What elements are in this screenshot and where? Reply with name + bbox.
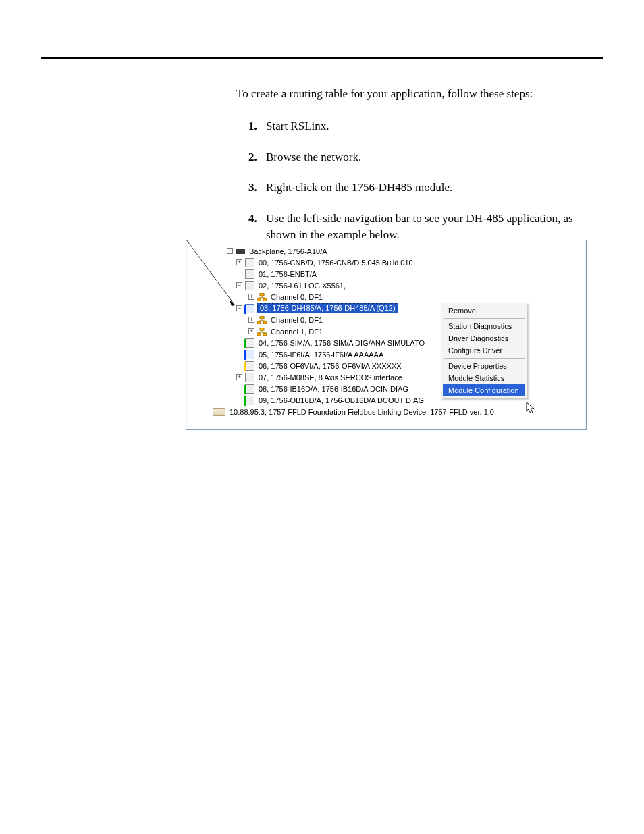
menu-item[interactable]: Driver Diagnostics: [443, 332, 525, 344]
module-icon: [245, 396, 254, 405]
body-text: To create a routing table for your appli…: [236, 86, 603, 243]
page-rule: [41, 57, 603, 59]
module-icon: [245, 304, 254, 313]
tree-row[interactable]: + 00, 1756-CNB/D, 1756-CNB/D 5.045 Build…: [227, 257, 586, 268]
intro-paragraph: To create a routing table for your appli…: [236, 86, 603, 102]
svg-rect-14: [260, 328, 264, 330]
menu-item[interactable]: Remove: [443, 305, 525, 317]
module-icon: [245, 269, 254, 279]
module-icon: [245, 361, 254, 371]
tree-label: 01, 1756-ENBT/A: [257, 270, 318, 278]
menu-item[interactable]: Module Statistics: [443, 372, 525, 384]
tree-label: 04, 1756-SIM/A, 1756-SIM/A DIG/ANA SIMUL…: [257, 339, 426, 347]
tree-spacer: [236, 363, 242, 369]
tree-label: Backplane, 1756-A10/A: [248, 247, 329, 255]
tree-row[interactable]: − 03, 1756-DH485/A, 1756-DH485/A (Q12): [227, 303, 586, 314]
expand-icon[interactable]: +: [236, 259, 242, 265]
step-2-text: Browse the network.: [266, 151, 361, 163]
tree-row[interactable]: + Channel 1, DF1: [227, 325, 586, 337]
svg-rect-9: [260, 316, 264, 319]
tree-spacer: [236, 351, 242, 357]
step-1-text: Start RSLinx.: [266, 120, 329, 132]
svg-rect-1: [237, 250, 238, 253]
tree-row[interactable]: 04, 1756-SIM/A, 1756-SIM/A DIG/ANA SIMUL…: [227, 337, 586, 348]
step-4-text: Use the left-side navigation bar to see …: [266, 212, 573, 241]
step-4: 4.Use the left-side navigation bar to se…: [252, 211, 603, 243]
tree-label: 09, 1756-OB16D/A, 1756-OB16D/A DCOUT DIA…: [257, 396, 425, 405]
tree-label: Channel 0, DF1: [269, 316, 324, 324]
tree-spacer: [236, 397, 242, 403]
steps-list: 1.Start RSLinx. 2.Browse the network. 3.…: [236, 118, 603, 243]
menu-separator: [444, 318, 525, 319]
tree-row[interactable]: 08, 1756-IB16D/A, 1756-IB16D/A DCIN DIAG: [227, 383, 586, 394]
step-3-text: Right-click on the 1756-DH485 module.: [266, 181, 452, 194]
svg-rect-2: [240, 250, 241, 253]
svg-rect-4: [260, 293, 264, 296]
expand-icon[interactable]: +: [248, 294, 254, 300]
svg-rect-13: [263, 321, 267, 324]
backplane-icon: [236, 246, 245, 256]
tree-row-root[interactable]: − Backplane, 1756-A10/A: [227, 245, 586, 257]
module-icon: [245, 350, 254, 359]
module-icon: [245, 384, 254, 394]
expand-icon[interactable]: +: [248, 317, 254, 323]
tree-spacer: [236, 340, 242, 346]
menu-item[interactable]: Station Diagnostics: [443, 320, 525, 332]
context-menu[interactable]: RemoveStation DiagnosticsDriver Diagnost…: [441, 303, 527, 398]
tree-label: 07, 1756-M08SE, 8 Axis SERCOS interface: [257, 373, 404, 382]
menu-separator: [444, 358, 525, 359]
tree-row-footer[interactable]: 10.88.95.3, 1757-FFLD Foundation Fieldbu…: [204, 406, 586, 417]
svg-rect-18: [263, 333, 267, 336]
collapse-icon[interactable]: −: [236, 305, 242, 311]
tree-label: 00, 1756-CNB/D, 1756-CNB/D 5.045 Build 0…: [257, 259, 414, 267]
module-icon: [245, 258, 254, 267]
tree-label: 10.88.95.3, 1757-FFLD Foundation Fieldbu…: [228, 408, 498, 416]
module-icon: [245, 281, 254, 290]
step-2: 2.Browse the network.: [252, 149, 603, 165]
network-icon: [257, 315, 267, 325]
tree-row[interactable]: − 02, 1756-L61 LOGIX5561,: [227, 280, 586, 291]
network-icon: [257, 327, 267, 336]
tree-row[interactable]: + Channel 0, DF1: [227, 291, 586, 303]
tree-row[interactable]: 05, 1756-IF6I/A, 1756-IF6I/A AAAAAA: [227, 348, 586, 360]
menu-item[interactable]: Configure Driver: [443, 344, 525, 357]
svg-rect-3: [242, 250, 244, 253]
expand-icon[interactable]: +: [248, 328, 254, 334]
tree-label: 06, 1756-OF6VI/A, 1756-OF6VI/A XXXXXX: [257, 362, 403, 370]
tree-label: 02, 1756-L61 LOGIX5561,: [257, 282, 347, 290]
expand-icon[interactable]: +: [236, 374, 242, 380]
module-icon: [245, 373, 254, 382]
tree-label: 03, 1756-DH485/A, 1756-DH485/A (Q12): [257, 303, 398, 313]
menu-item[interactable]: Device Properties: [443, 360, 525, 372]
tree-row[interactable]: 01, 1756-ENBT/A: [227, 268, 586, 280]
step-3: 3.Right-click on the 1756-DH485 module.: [252, 180, 603, 196]
tree-spacer: [236, 386, 242, 392]
svg-rect-12: [257, 321, 261, 324]
tree-row[interactable]: 06, 1756-OF6VI/A, 1756-OF6VI/A XXXXXX: [227, 360, 586, 371]
svg-rect-17: [257, 333, 261, 336]
svg-rect-7: [257, 298, 261, 301]
collapse-icon[interactable]: −: [236, 282, 242, 288]
tree-row[interactable]: 09, 1756-OB16D/A, 1756-OB16D/A DCOUT DIA…: [227, 394, 586, 406]
tree-label: 05, 1756-IF6I/A, 1756-IF6I/A AAAAAA: [257, 350, 385, 359]
collapse-icon[interactable]: −: [227, 248, 233, 254]
svg-rect-8: [263, 298, 267, 301]
step-1: 1.Start RSLinx.: [252, 118, 603, 134]
tree-label: Channel 0, DF1: [269, 293, 324, 301]
tree-label: 08, 1756-IB16D/A, 1756-IB16D/A DCIN DIAG: [257, 385, 410, 393]
tree-label: Channel 1, DF1: [269, 328, 324, 336]
device-icon: [213, 408, 225, 416]
tree-spacer: [236, 271, 242, 277]
module-icon: [245, 338, 254, 348]
tree-row[interactable]: + 07, 1756-M08SE, 8 Axis SERCOS interfac…: [227, 371, 586, 383]
network-icon: [257, 292, 267, 302]
tree-row[interactable]: + Channel 0, DF1: [227, 314, 586, 325]
menu-item[interactable]: Module Configuration: [443, 384, 525, 396]
